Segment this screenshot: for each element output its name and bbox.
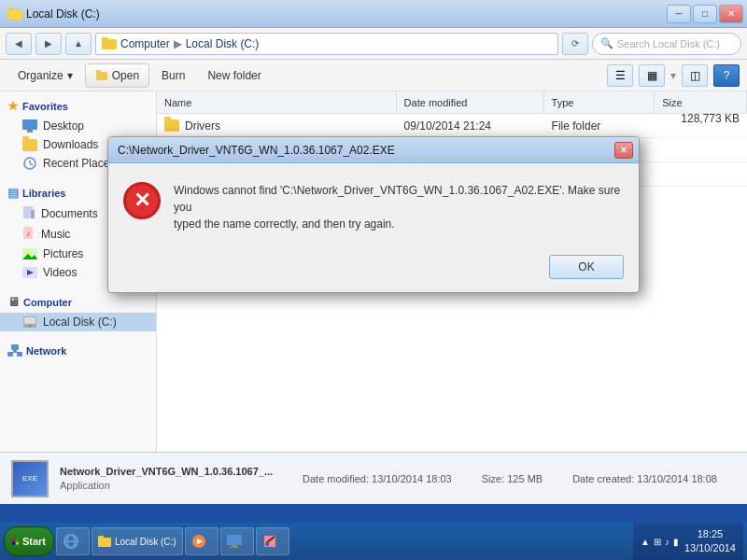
dialog-title-bar: C:\Network_Driver_VNT6G_WN_1.0.36.1067_A… (108, 137, 639, 163)
dialog-body: ✕ Windows cannot find 'C:\Network_Driver… (108, 163, 639, 247)
svg-rect-38 (98, 536, 104, 539)
dialog-message: Windows cannot find 'C:\Network_Driver_V… (174, 182, 624, 232)
svg-rect-41 (227, 535, 242, 545)
error-dialog: C:\Network_Driver_VNT6G_WN_1.0.36.1067_A… (107, 136, 640, 293)
error-icon: ✕ (123, 182, 161, 219)
dialog-overlay: C:\Network_Driver_VNT6G_WN_1.0.36.1067_A… (0, 0, 747, 504)
taskbar-explorer-button[interactable]: Local Disk (C:) (92, 527, 183, 555)
ie-icon (63, 533, 79, 550)
tray-volume-icon[interactable]: ♪ (665, 537, 669, 547)
clock-date: 13/10/2014 (684, 541, 736, 555)
media-player-icon (191, 534, 206, 549)
start-button[interactable]: Start (4, 526, 54, 556)
dialog-message-line2: typed the name correctly, and then try a… (174, 217, 395, 231)
clock[interactable]: 18:25 13/10/2014 (684, 527, 736, 556)
taskbar-pc-button[interactable] (220, 527, 254, 555)
dialog-footer: OK (108, 247, 639, 292)
paint-icon (262, 534, 277, 549)
dialog-message-line1: Windows cannot find 'C:\Network_Driver_V… (174, 184, 620, 214)
pc-icon (227, 535, 242, 548)
svg-rect-43 (230, 547, 239, 548)
svg-rect-32 (12, 541, 15, 544)
dialog-title-text: C:\Network_Driver_VNT6G_WN_1.0.36.1067_A… (118, 144, 395, 157)
tray-network-icon: ⊞ (654, 537, 661, 547)
svg-rect-37 (98, 538, 111, 547)
dialog-close-button[interactable]: ✕ (614, 142, 633, 159)
windows-logo-icon (12, 535, 19, 548)
taskbar-folder-icon (98, 536, 111, 547)
taskbar-ie-button[interactable] (56, 527, 90, 555)
svg-rect-30 (12, 539, 15, 541)
clock-time: 18:25 (698, 527, 724, 541)
taskbar: Start Local Disk (C:) (0, 523, 747, 560)
taskbar-media-button[interactable] (185, 527, 218, 555)
taskbar-right: ▲ ⊞ ♪ ▮ 18:25 13/10/2014 (633, 523, 743, 560)
svg-rect-33 (16, 541, 19, 544)
taskbar-explorer-label: Local Disk (C:) (115, 537, 176, 547)
start-label: Start (22, 536, 46, 547)
tray-arrow-icon[interactable]: ▲ (641, 537, 650, 547)
svg-rect-42 (232, 545, 237, 547)
tray-battery-icon: ▮ (673, 537, 679, 547)
ok-button[interactable]: OK (549, 255, 624, 279)
svg-point-45 (265, 542, 269, 546)
svg-rect-31 (16, 539, 19, 541)
taskbar-paint-button[interactable] (256, 527, 289, 555)
system-tray: ▲ ⊞ ♪ ▮ (641, 537, 679, 547)
